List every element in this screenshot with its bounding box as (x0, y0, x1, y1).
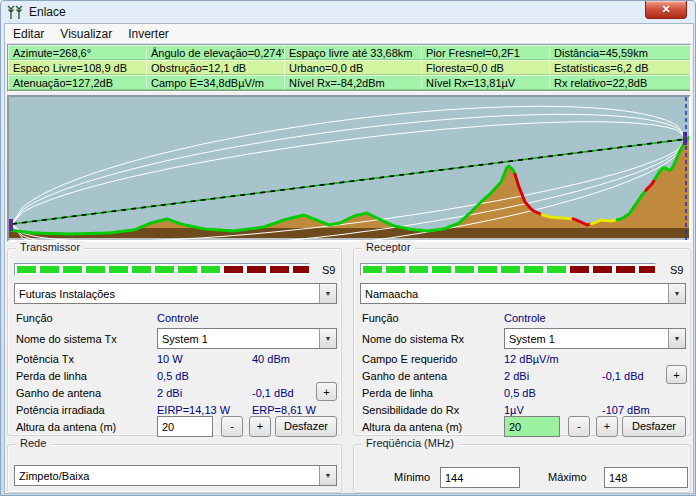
menu-visualizar[interactable]: Visualizar (52, 25, 120, 43)
title-bar: Enlace ✕ (1, 1, 695, 23)
tx-role-label: Função (16, 312, 53, 324)
signal-segment (270, 266, 289, 273)
terrain-profile-chart (7, 95, 691, 242)
frequency-group-label: Freqüência (MHz) (362, 437, 458, 449)
signal-segment (432, 266, 451, 273)
signal-segment (63, 266, 82, 273)
chevron-down-icon[interactable]: ▼ (668, 329, 685, 348)
radio-antennas-icon (7, 5, 24, 20)
signal-segment (363, 266, 382, 273)
signal-segment (570, 266, 589, 273)
rx-site-value: Namaacha (361, 288, 668, 300)
signal-segment (478, 266, 497, 273)
chevron-down-icon[interactable]: ▼ (319, 284, 336, 303)
signal-segment (593, 266, 612, 273)
rx-antenna-height-label: Altura da antena (m) (362, 421, 462, 433)
tx-site-combobox[interactable]: Futuras Instalações ▼ (14, 283, 337, 304)
window-title: Enlace (29, 5, 66, 19)
frequency-max-input[interactable] (604, 467, 688, 488)
tx-antenna-detail-button[interactable]: + (316, 382, 337, 401)
close-button[interactable]: ✕ (645, 1, 687, 19)
info-rx-relative: Rx relativo=22,8dB (549, 75, 690, 90)
info-clearance: Espaço livre até 33,68km (284, 45, 421, 60)
frequency-group: Freqüência (MHz) Mínimo Máximo (353, 444, 691, 493)
tx-system-combobox[interactable]: System 1 ▼ (157, 328, 337, 349)
rx-role-label: Função (362, 312, 399, 324)
rx-antenna-gain-label: Ganho de antena (362, 370, 447, 382)
network-value: Zimpeto/Baixa (15, 470, 319, 482)
tx-eirp-value: EIRP=14,13 W (157, 404, 230, 416)
menu-editar[interactable]: Editar (5, 25, 52, 43)
tx-antenna-gain-label: Ganho de antena (16, 387, 101, 399)
rx-line-loss-value: 0,5 dB (504, 387, 536, 399)
signal-segment (132, 266, 151, 273)
tx-signal-meter (14, 263, 310, 276)
rx-system-combobox[interactable]: System 1 ▼ (504, 328, 686, 349)
link-window: Enlace ✕ Editar Visualizar Inverter Azim… (0, 0, 696, 496)
tx-role-value: Controle (157, 312, 199, 324)
tx-erp-value: ERP=8,61 W (252, 404, 316, 416)
rx-system-value: System 1 (505, 333, 668, 345)
info-obstruction: Obstrução=12,1 dB (146, 60, 284, 75)
frequency-min-input[interactable] (440, 467, 520, 488)
rx-antenna-height-input[interactable] (504, 416, 560, 437)
rx-line-loss-label: Perda de linha (362, 387, 433, 399)
info-distance: Distância=45,59km (549, 45, 690, 60)
signal-segment (293, 266, 310, 273)
rx-efield-value: 12 dBµV/m (504, 353, 559, 365)
rx-signal-meter (360, 263, 656, 276)
tx-power-w: 10 W (157, 353, 183, 365)
receiver-group: Receptor S9 Namaacha ▼ Função Controle N… (353, 248, 691, 436)
rx-sensitivity-dbm: -107 dBm (602, 404, 650, 416)
signal-segment (616, 266, 635, 273)
chevron-down-icon[interactable]: ▼ (668, 284, 685, 303)
profile-chart-svg (9, 97, 689, 240)
tx-radiated-power-label: Potência irradiada (16, 404, 105, 416)
transmitter-group: Transmissor S9 Futuras Instalações ▼ Fun… (7, 248, 342, 436)
tx-antenna-gain-dbd: -0,1 dBd (252, 387, 294, 399)
info-urban: Urbano=0,0 dB (284, 60, 421, 75)
rx-sensitivity-uv: 1µV (504, 404, 524, 416)
info-e-field: Campo E=34,8dBµV/m (146, 75, 284, 90)
receiver-group-label: Receptor (362, 241, 415, 253)
info-free-space: Espaço Livre=108,9 dB (8, 60, 146, 75)
rx-system-label: Nome do sistema Rx (362, 333, 464, 345)
tx-antenna-height-label: Altura da antena (m) (16, 421, 116, 433)
chevron-down-icon[interactable]: ▼ (319, 466, 336, 485)
tx-power-label: Potência Tx (16, 353, 74, 365)
tx-height-minus-button[interactable]: - (221, 416, 243, 437)
tx-system-value: System 1 (158, 333, 319, 345)
link-results-panel: Azimute=268,6° Ângulo de elevação=0,274°… (7, 44, 691, 92)
signal-segment (155, 266, 174, 273)
tx-line-loss-value: 0,5 dB (157, 370, 189, 382)
transmitter-group-label: Transmissor (16, 241, 84, 253)
network-combobox[interactable]: Zimpeto/Baixa ▼ (14, 465, 337, 486)
signal-segment (224, 266, 243, 273)
signal-segment (201, 266, 220, 273)
rx-undo-button[interactable]: Desfazer (622, 416, 686, 437)
tx-antenna-height-input[interactable] (157, 416, 213, 437)
tx-signal-meter-label: S9 (322, 264, 335, 276)
tx-system-label: Nome do sistema Tx (16, 333, 117, 345)
signal-segment (547, 266, 566, 273)
info-worst-fresnel: Pior Fresnel=0,2F1 (421, 45, 549, 60)
rx-antenna-gain-dbd: -0,1 dBd (602, 370, 644, 382)
signal-segment (501, 266, 520, 273)
rx-height-plus-button[interactable]: + (596, 416, 618, 437)
signal-segment (86, 266, 105, 273)
chevron-down-icon[interactable]: ▼ (319, 329, 336, 348)
client-area: Editar Visualizar Inverter Azimute=268,6… (4, 23, 694, 494)
rx-role-value: Controle (504, 312, 546, 324)
tx-height-plus-button[interactable]: + (249, 416, 271, 437)
rx-antenna-detail-button[interactable]: + (666, 365, 687, 384)
signal-segment (386, 266, 405, 273)
rx-site-combobox[interactable]: Namaacha ▼ (360, 283, 686, 304)
menu-inverter[interactable]: Inverter (120, 25, 177, 43)
info-rx-level-dbm: Nível Rx=-84,2dBm (284, 75, 421, 90)
tx-undo-button[interactable]: Desfazer (275, 416, 337, 437)
tx-power-dbm: 40 dBm (252, 353, 290, 365)
signal-segment (178, 266, 197, 273)
tx-antenna-gain-dbi: 2 dBi (157, 387, 182, 399)
info-rx-level-uv: Nível Rx=13,81µV (421, 75, 549, 90)
rx-height-minus-button[interactable]: - (568, 416, 590, 437)
